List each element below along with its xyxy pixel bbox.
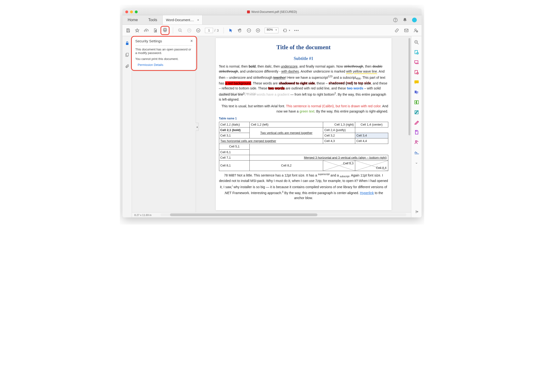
svg-point-7 bbox=[188, 29, 191, 32]
page-down-icon[interactable] bbox=[196, 28, 201, 33]
tab-close-icon[interactable]: × bbox=[197, 18, 199, 22]
page-current-input[interactable]: 1 bbox=[205, 28, 213, 33]
tab-row: Home Tools Word-Document.... × bbox=[122, 15, 422, 25]
search-zoom-icon[interactable] bbox=[414, 40, 419, 45]
status-bar: 8.27 x 11.69 in bbox=[132, 212, 411, 217]
svg-point-29 bbox=[415, 141, 417, 142]
horizontal-scrollbar[interactable] bbox=[160, 213, 406, 216]
svg-rect-2 bbox=[155, 30, 156, 31]
pdf-page: Title of the document Subtitle #1 Text i… bbox=[216, 38, 392, 210]
security-msg-1: This document has an open password or a … bbox=[135, 48, 192, 55]
pdf-icon bbox=[247, 11, 250, 13]
left-panel-collapse[interactable]: ◂ bbox=[196, 123, 199, 131]
combine-files-icon[interactable] bbox=[414, 90, 419, 95]
print-icon[interactable] bbox=[163, 28, 167, 32]
fill-sign-person-icon[interactable] bbox=[414, 140, 419, 145]
person-add-icon[interactable] bbox=[414, 28, 418, 33]
lock-file-icon[interactable] bbox=[153, 28, 158, 33]
svg-rect-12 bbox=[405, 29, 408, 32]
table-caption: Table name 1 bbox=[219, 116, 388, 121]
edit-pdf-icon[interactable] bbox=[414, 70, 419, 75]
hyperlink[interactable]: Hyperlink bbox=[360, 191, 374, 195]
app-window: Word-Document.pdf (SECURED) Home Tools W… bbox=[122, 9, 422, 217]
tab-document[interactable]: Word-Document.... × bbox=[162, 15, 203, 24]
document-view[interactable]: Title of the document Subtitle #1 Text i… bbox=[196, 36, 411, 212]
right-tool-bar: ▸ ⌄ bbox=[411, 36, 422, 217]
protect-save-icon[interactable] bbox=[414, 130, 419, 135]
lock-icon[interactable] bbox=[125, 41, 130, 46]
doc-paragraph-2: This text is usual, but written with Ari… bbox=[219, 104, 388, 114]
fit-width-icon[interactable] bbox=[283, 28, 287, 33]
redact-icon[interactable] bbox=[414, 110, 419, 115]
create-pdf-icon[interactable] bbox=[414, 60, 419, 65]
security-panel: Security Settings × This document has an… bbox=[132, 36, 196, 70]
svg-point-8 bbox=[197, 29, 200, 32]
minimize-window[interactable] bbox=[130, 11, 133, 13]
sign-pencil-icon[interactable] bbox=[414, 120, 419, 125]
attachment-icon[interactable] bbox=[125, 64, 130, 69]
close-icon[interactable]: × bbox=[190, 39, 193, 43]
svg-rect-23 bbox=[414, 80, 419, 83]
doc-paragraph-1: Text is normal, then bold, then italic, … bbox=[219, 64, 388, 102]
more-icon[interactable]: ••• bbox=[294, 28, 299, 33]
doc-paragraph-3: 78 MiB? Not a little. This sentence has … bbox=[219, 172, 388, 201]
zoom-out-icon[interactable] bbox=[247, 28, 251, 33]
body-area: Security Settings × This document has an… bbox=[122, 36, 422, 217]
export-pdf-icon[interactable] bbox=[414, 50, 419, 55]
select-tool-icon[interactable] bbox=[229, 28, 233, 33]
account-avatar[interactable] bbox=[412, 18, 417, 22]
page-up-icon[interactable] bbox=[187, 28, 192, 33]
maximize-window[interactable] bbox=[135, 11, 138, 13]
svg-rect-16 bbox=[126, 53, 128, 56]
signature-icon[interactable] bbox=[414, 150, 419, 154]
security-title: Security Settings bbox=[135, 39, 192, 43]
svg-point-13 bbox=[415, 29, 416, 30]
chevron-down-icon[interactable]: ⌄ bbox=[414, 160, 419, 165]
svg-rect-27 bbox=[417, 101, 419, 104]
svg-rect-24 bbox=[415, 91, 417, 93]
close-window[interactable] bbox=[125, 11, 128, 13]
zoom-select[interactable]: 80% bbox=[265, 28, 278, 33]
vertical-scrollbar[interactable] bbox=[408, 38, 411, 212]
print-highlight bbox=[160, 26, 170, 35]
cloud-upload-icon[interactable] bbox=[144, 28, 149, 33]
permission-details-link[interactable]: Permission Details bbox=[135, 63, 192, 67]
zoom-out-alt-icon[interactable] bbox=[178, 28, 183, 33]
organize-icon[interactable] bbox=[414, 100, 419, 105]
security-msg-2: You cannot print this document. bbox=[135, 57, 192, 61]
svg-rect-15 bbox=[126, 43, 128, 45]
window-controls bbox=[125, 11, 138, 13]
tab-tools[interactable]: Tools bbox=[143, 15, 162, 24]
page-total: 3 bbox=[217, 29, 219, 32]
zoom-in-icon[interactable] bbox=[256, 28, 260, 33]
hand-tool-icon[interactable] bbox=[237, 28, 242, 33]
comment-icon[interactable] bbox=[414, 80, 419, 85]
svg-rect-11 bbox=[284, 29, 286, 32]
titlebar: Word-Document.pdf (SECURED) bbox=[122, 9, 422, 15]
help-icon[interactable] bbox=[393, 18, 398, 22]
left-nav-bar bbox=[122, 36, 132, 217]
mail-icon[interactable] bbox=[404, 28, 409, 33]
window-title: Word-Document.pdf (SECURED) bbox=[122, 10, 422, 14]
svg-rect-20 bbox=[415, 61, 418, 63]
link-icon[interactable] bbox=[394, 28, 399, 33]
page-dimensions: 8.27 x 11.69 in bbox=[134, 214, 151, 216]
tab-document-label: Word-Document.... bbox=[166, 18, 194, 22]
window-title-text: Word-Document.pdf (SECURED) bbox=[251, 10, 297, 14]
page-sep: / bbox=[214, 29, 215, 32]
doc-subtitle: Subtitle #1 bbox=[219, 55, 388, 62]
bell-icon[interactable] bbox=[402, 18, 407, 22]
main-area: Security Settings × This document has an… bbox=[132, 36, 411, 217]
page-indicator: 1 / 3 bbox=[205, 28, 219, 33]
pages-icon[interactable] bbox=[125, 52, 130, 57]
svg-point-1 bbox=[395, 21, 395, 21]
toolbar: 1 / 3 80% ▾ ••• bbox=[122, 25, 422, 36]
doc-table: Cell 1,1 (italic) Cell 1,2 (left) Cell 1… bbox=[219, 122, 388, 171]
star-icon[interactable] bbox=[135, 28, 140, 33]
tab-home[interactable]: Home bbox=[122, 15, 143, 24]
collapse-panel-icon[interactable] bbox=[414, 209, 419, 214]
doc-title: Title of the document bbox=[219, 43, 388, 52]
save-icon[interactable] bbox=[126, 28, 130, 33]
